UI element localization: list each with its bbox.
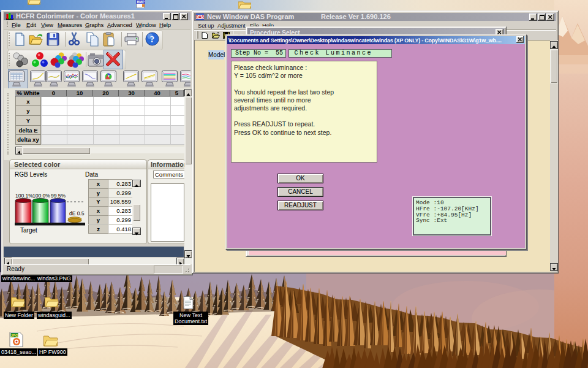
svg-text:BMP: BMP — [137, 0, 145, 4]
svg-text:?: ? — [150, 34, 155, 44]
svg-text:JPG: JPG — [10, 334, 18, 337]
svg-text:DAS: DAS — [196, 15, 204, 19]
